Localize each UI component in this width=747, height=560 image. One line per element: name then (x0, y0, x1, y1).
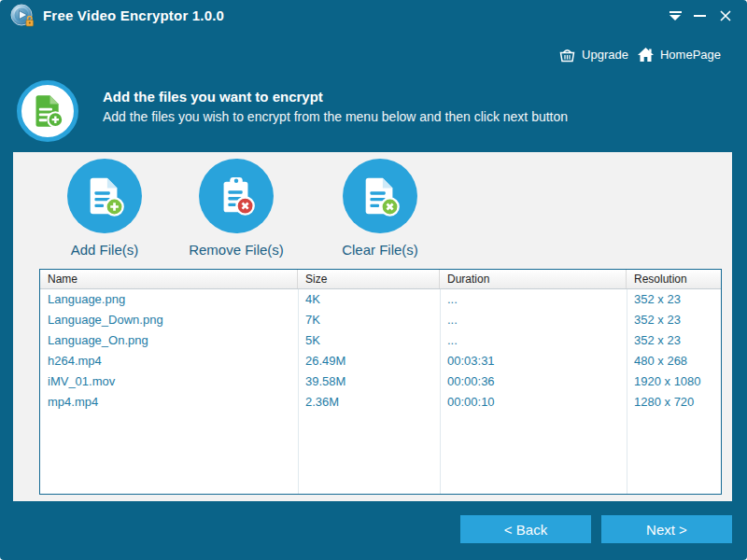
cell-size: 5K (298, 330, 440, 351)
home-icon (637, 47, 655, 63)
cell-duration: 00:00:36 (440, 371, 627, 392)
add-document-icon (29, 92, 66, 130)
clear-files-label: Clear File(s) (342, 242, 418, 258)
table-row[interactable]: Language.png 4K ... 352 x 23 (40, 289, 721, 310)
cell-name: iMV_01.mov (40, 371, 298, 392)
minimize-icon (694, 15, 706, 17)
cell-size: 4K (298, 289, 440, 310)
add-file-icon (83, 175, 126, 217)
remove-file-icon (215, 175, 258, 217)
cell-resolution: 352 x 23 (627, 330, 721, 351)
cell-resolution: 1280 x 720 (627, 392, 721, 413)
cell-resolution: 480 x 268 (627, 351, 721, 371)
column-header-resolution[interactable]: Resolution (627, 270, 721, 288)
add-files-circle (67, 159, 142, 233)
cell-resolution: 352 x 23 (627, 310, 721, 330)
clear-file-icon (359, 175, 402, 217)
table-row[interactable]: h264.mp4 26.49M 00:03:31 480 x 268 (40, 351, 721, 371)
column-divider (298, 289, 299, 494)
clear-files-button[interactable]: Clear File(s) (315, 159, 445, 258)
remove-files-button[interactable]: Remove File(s) (171, 159, 302, 258)
cell-name: mp4.mp4 (40, 392, 298, 413)
add-files-button[interactable]: Add File(s) (39, 159, 170, 258)
cell-duration: ... (440, 330, 627, 351)
table-row[interactable]: Language_Down.png 7K ... 352 x 23 (40, 310, 721, 330)
cell-resolution: 1920 x 1080 (627, 371, 721, 392)
header-links: Upgrade HomePage (558, 47, 721, 63)
cell-size: 7K (298, 310, 440, 330)
homepage-label: HomePage (660, 48, 721, 62)
cell-duration: 00:00:10 (440, 392, 627, 413)
hero-badge (17, 80, 78, 142)
cell-resolution: 352 x 23 (627, 289, 721, 310)
close-icon (719, 9, 732, 22)
close-button[interactable] (715, 7, 736, 24)
cell-name: h264.mp4 (40, 351, 298, 371)
titlebar: Free Video Encryptor 1.0.0 (0, 0, 747, 32)
cell-name: Language_Down.png (40, 310, 298, 330)
back-button[interactable]: < Back (460, 515, 591, 543)
minimize-button[interactable] (689, 7, 710, 24)
add-files-label: Add File(s) (71, 242, 139, 258)
titlebar-menu-button[interactable] (665, 7, 685, 24)
column-header-duration[interactable]: Duration (440, 270, 627, 288)
app-window: Free Video Encryptor 1.0.0 Upgrade (0, 0, 747, 560)
clear-files-circle (343, 159, 417, 233)
page-subtitle: Add the files you wish to encrypt from t… (103, 109, 568, 124)
column-header-name[interactable]: Name (40, 270, 298, 288)
caret-bar (669, 11, 682, 13)
column-divider (627, 289, 627, 494)
cell-duration: ... (440, 289, 627, 310)
upgrade-link[interactable]: Upgrade (558, 47, 628, 63)
table-header-row: Name Size Duration Resolution (40, 270, 721, 289)
chevron-down-icon (669, 15, 681, 21)
cell-duration: 00:03:31 (440, 351, 627, 371)
cell-size: 26.49M (298, 351, 440, 371)
window-title: Free Video Encryptor 1.0.0 (43, 7, 224, 23)
next-button[interactable]: Next > (601, 515, 732, 543)
cell-name: Language_On.png (40, 330, 298, 351)
file-list-table[interactable]: Name Size Duration Resolution Language.p… (39, 269, 722, 495)
content-panel: Add File(s) Remove File(s) (13, 152, 732, 501)
column-divider (440, 289, 441, 494)
remove-files-label: Remove File(s) (189, 242, 284, 258)
table-row[interactable]: mp4.mp4 2.36M 00:00:10 1280 x 720 (40, 392, 721, 413)
cell-size: 2.36M (298, 392, 440, 413)
cell-size: 39.58M (298, 371, 440, 392)
basket-icon (558, 47, 576, 63)
table-row[interactable]: Language_On.png 5K ... 352 x 23 (40, 330, 721, 351)
cell-name: Language.png (40, 289, 298, 310)
page-title: Add the files you want to encrypt (103, 89, 323, 105)
table-row[interactable]: iMV_01.mov 39.58M 00:00:36 1920 x 1080 (40, 371, 721, 392)
homepage-link[interactable]: HomePage (637, 47, 721, 63)
app-logo-icon (9, 3, 35, 29)
remove-files-circle (199, 159, 274, 233)
cell-duration: ... (440, 310, 627, 330)
column-header-size[interactable]: Size (298, 270, 440, 288)
upgrade-label: Upgrade (582, 48, 628, 62)
